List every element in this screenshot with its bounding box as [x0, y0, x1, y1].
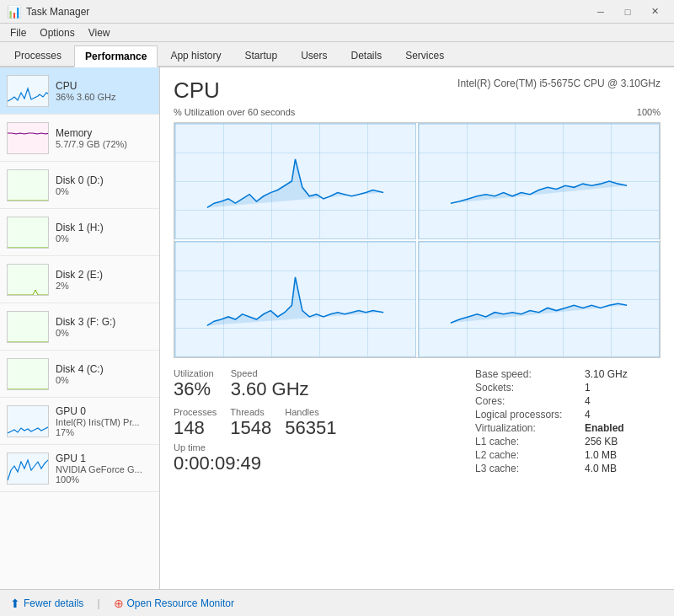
tab-startup[interactable]: Startup	[233, 44, 288, 66]
tab-bar: Processes Performance App history Startu…	[0, 42, 674, 67]
disk3-name: Disk 3 (F: G:)	[56, 316, 152, 328]
cpu-model: Intel(R) Core(TM) i5-5675C CPU @ 3.10GHz	[457, 78, 661, 89]
cpu-panel-title: CPU	[174, 78, 220, 104]
uptime-value: 0:00:09:49	[174, 453, 475, 474]
disk4-sub: 0%	[56, 375, 152, 385]
maximize-button[interactable]: □	[615, 3, 640, 21]
l1-value: 256 KB	[585, 436, 661, 447]
gpu1-sparkline	[8, 453, 49, 485]
disk0-info: Disk 0 (D:) 0%	[56, 174, 152, 196]
cpu-graph-br	[418, 241, 660, 357]
logical-label: Logical processors:	[475, 409, 585, 420]
disk1-sub: 0%	[56, 233, 152, 244]
sidebar-item-gpu0[interactable]: GPU 0 Intel(R) Iris(TM) Pr... 17%	[0, 398, 159, 445]
gpu0-sparkline	[8, 406, 49, 437]
processes-block: Processes 148	[174, 407, 217, 439]
processes-value: 148	[174, 417, 217, 439]
tab-performance[interactable]: Performance	[74, 46, 158, 67]
resource-monitor-link[interactable]: ⊕ Open Resource Monitor	[114, 597, 234, 610]
processes-label: Processes	[174, 407, 217, 417]
base-speed-label: Base speed:	[475, 368, 585, 380]
mem-info: Memory 5.7/7.9 GB (72%)	[56, 127, 152, 149]
utilization-block: Utilization 36%	[174, 368, 214, 400]
threads-label: Threads	[230, 407, 271, 417]
cpu-header: CPU Intel(R) Core(TM) i5-5675C CPU @ 3.1…	[174, 78, 661, 104]
disk2-name: Disk 2 (E:)	[56, 269, 152, 281]
sidebar-item-disk3[interactable]: Disk 3 (F: G:) 0%	[0, 303, 159, 351]
graph-tr-svg	[419, 124, 659, 238]
menu-options[interactable]: Options	[33, 25, 81, 40]
sockets-value: 1	[585, 382, 661, 394]
cpu-graph-tl	[174, 123, 416, 239]
menu-file[interactable]: File	[3, 25, 33, 40]
stats-left: Utilization 36% Speed 3.60 GHz Processes…	[174, 368, 475, 474]
tab-details[interactable]: Details	[340, 44, 393, 66]
disk1-name: Disk 1 (H:)	[56, 222, 152, 233]
cpu-graph-tr	[418, 123, 660, 239]
stats-row: Utilization 36% Speed 3.60 GHz Processes…	[174, 368, 661, 474]
disk3-info: Disk 3 (F: G:) 0%	[56, 316, 152, 338]
title-bar: 📊 Task Manager ─ □ ✕	[0, 0, 674, 24]
sidebar-item-disk1[interactable]: Disk 1 (H:) 0%	[0, 209, 159, 256]
mem-thumb	[7, 122, 49, 154]
threads-block: Threads 1548	[230, 407, 271, 439]
utilization-label: Utilization	[174, 368, 214, 378]
uptime-block: Up time 0:00:09:49	[174, 442, 475, 474]
cores-value: 4	[585, 395, 661, 407]
disk4-name: Disk 4 (C:)	[56, 363, 152, 375]
disk2-sparkline	[8, 265, 49, 296]
disk1-info: Disk 1 (H:) 0%	[56, 222, 152, 244]
sidebar-item-memory[interactable]: Memory 5.7/7.9 GB (72%)	[0, 115, 159, 162]
disk1-sparkline	[8, 217, 49, 249]
tab-users[interactable]: Users	[290, 44, 338, 66]
cpu-graphs	[174, 122, 661, 358]
sidebar-item-gpu1[interactable]: GPU 1 NVIDIA GeForce G... 100%	[0, 445, 159, 492]
sidebar-item-disk2[interactable]: Disk 2 (E:) 2%	[0, 256, 159, 303]
speed-label: Speed	[231, 368, 309, 378]
cpu-sub: 36% 3.60 GHz	[56, 92, 152, 102]
cpu-info: CPU 36% 3.60 GHz	[56, 80, 152, 102]
sockets-label: Sockets:	[475, 382, 585, 394]
disk0-sparkline	[8, 170, 49, 201]
fewer-details-link[interactable]: ⬆ Fewer details	[10, 597, 83, 610]
cpu-graph-bl	[174, 241, 416, 357]
disk0-thumb	[7, 169, 49, 201]
speed-block: Speed 3.60 GHz	[231, 368, 309, 400]
handles-block: Handles 56351	[285, 407, 336, 439]
gpu1-name: GPU 1	[56, 453, 152, 464]
handles-label: Handles	[285, 407, 336, 417]
disk2-sub: 2%	[56, 281, 152, 291]
sidebar: CPU 36% 3.60 GHz Memory 5.7/7.9 GB (72%)	[0, 67, 160, 589]
gpu0-thumb	[7, 405, 49, 437]
disk1-thumb	[7, 217, 49, 249]
disk4-thumb	[7, 358, 49, 390]
bottom-bar: ⬆ Fewer details | ⊕ Open Resource Monito…	[0, 589, 674, 616]
mem-sparkline	[8, 123, 49, 154]
app-icon: 📊	[7, 5, 21, 19]
sidebar-item-disk4[interactable]: Disk 4 (C:) 0%	[0, 351, 159, 398]
tab-services[interactable]: Services	[394, 44, 455, 66]
minimize-button[interactable]: ─	[588, 3, 613, 21]
menu-view[interactable]: View	[82, 25, 117, 40]
monitor-label: Open Resource Monitor	[127, 597, 234, 609]
stats-right: Base speed: 3.10 GHz Sockets: 1 Cores: 4…	[475, 368, 661, 474]
gpu0-sub1: Intel(R) Iris(TM) Pr...	[56, 417, 152, 427]
sidebar-item-disk0[interactable]: Disk 0 (D:) 0%	[0, 162, 159, 209]
speed-value: 3.60 GHz	[231, 378, 309, 400]
tab-app-history[interactable]: App history	[159, 44, 232, 66]
sidebar-item-cpu[interactable]: CPU 36% 3.60 GHz	[0, 67, 159, 115]
close-button[interactable]: ✕	[642, 3, 667, 21]
gpu1-thumb	[7, 453, 49, 485]
utilization-value: 36%	[174, 378, 214, 400]
app-title: Task Manager	[26, 6, 89, 18]
gpu1-sub2: 100%	[56, 474, 152, 485]
disk4-sparkline	[8, 359, 49, 390]
l1-label: L1 cache:	[475, 436, 585, 447]
right-panel: CPU Intel(R) Core(TM) i5-5675C CPU @ 3.1…	[160, 67, 674, 589]
disk3-sparkline	[8, 312, 49, 343]
l3-label: L3 cache:	[475, 463, 585, 474]
disk4-info: Disk 4 (C:) 0%	[56, 363, 152, 385]
disk0-sub: 0%	[56, 186, 152, 196]
gpu1-info: GPU 1 NVIDIA GeForce G... 100%	[56, 453, 152, 485]
tab-processes[interactable]: Processes	[3, 44, 72, 66]
